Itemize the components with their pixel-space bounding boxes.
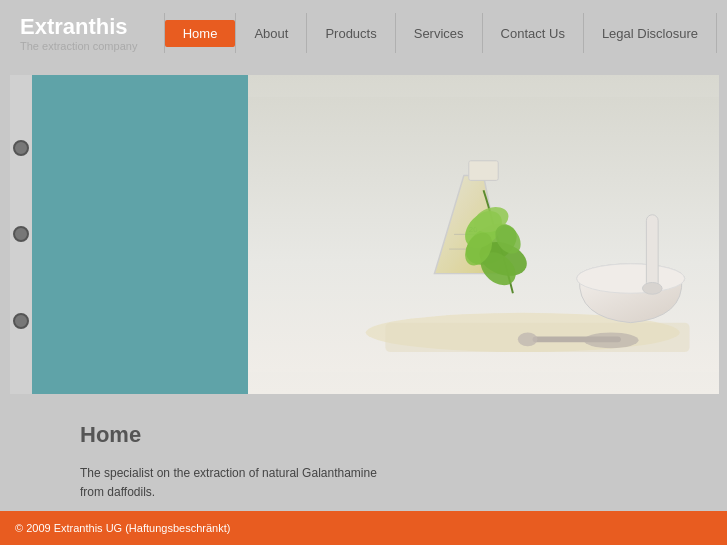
left-panel [0,67,248,402]
nav-item-legal[interactable]: Legal Disclosure [584,20,716,47]
svg-rect-4 [533,336,621,342]
main-area: 20 40 [0,67,727,402]
ring-top [13,140,29,156]
nav: Home About Products Services Contact Us … [164,0,717,67]
svg-point-13 [577,264,685,293]
hero-illustration: 20 40 [248,75,719,394]
nav-item-products[interactable]: Products [307,20,394,47]
nav-item-home[interactable]: Home [165,20,236,47]
svg-point-5 [518,332,538,346]
notebook-binding [10,75,32,394]
nav-item-about[interactable]: About [236,20,306,47]
content-body: The specialist on the extraction of natu… [80,464,400,502]
footer-copyright: © 2009 Extranthis UG (Haftungsbeschränkt… [15,522,230,534]
nav-separator [716,13,717,53]
page-title: Home [80,422,687,448]
logo-subtitle: The extraction company [20,40,164,52]
hero-image-area: 20 40 [248,75,719,394]
nav-item-contact[interactable]: Contact Us [483,20,583,47]
ring-bottom [13,313,29,329]
footer: © 2009 Extranthis UG (Haftungsbeschränkt… [0,511,727,545]
teal-block [32,75,248,394]
nav-item-services[interactable]: Services [396,20,482,47]
hero-image: 20 40 [248,75,719,394]
svg-point-15 [642,282,662,294]
header: Extranthis The extraction company Home A… [0,0,727,67]
svg-rect-7 [469,161,498,181]
svg-rect-14 [646,215,658,289]
logo-area: Extranthis The extraction company [10,14,164,52]
content-section: Home The specialist on the extraction of… [0,402,727,511]
logo-title: Extranthis [20,14,164,40]
ring-middle [13,226,29,242]
